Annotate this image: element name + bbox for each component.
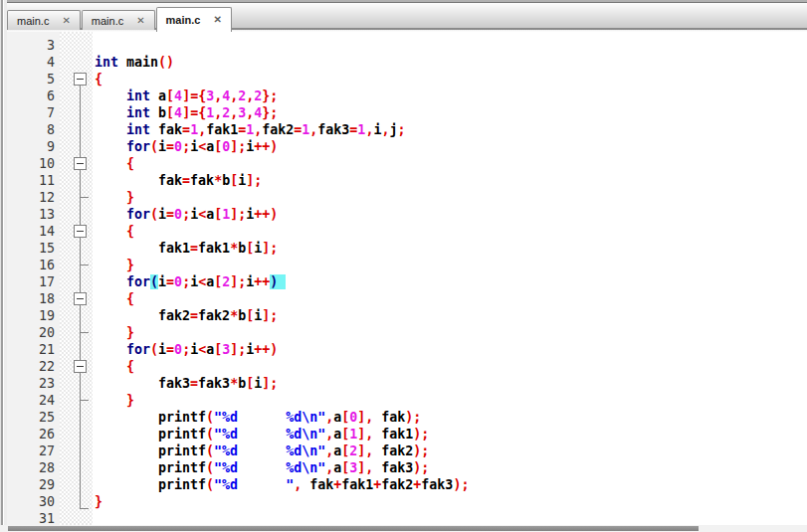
code-line-31[interactable] [95, 510, 807, 525]
code-line-19[interactable]: fak2=fak2*b[i]; [95, 307, 807, 324]
code-line-18[interactable]: { [95, 290, 807, 307]
fold-margin[interactable] [60, 32, 93, 525]
code-token: a [206, 139, 214, 154]
code-token: int [95, 55, 118, 70]
line-number: 8 [7, 121, 55, 138]
horizontal-scrollbar[interactable] [0, 525, 807, 532]
code-line-6[interactable]: int a[4]={3,4,2,2}; [95, 88, 807, 104]
code-line-16[interactable]: } [95, 257, 807, 273]
code-line-24[interactable]: } [95, 392, 807, 409]
close-icon[interactable]: ✕ [62, 16, 70, 26]
code-line-26[interactable]: printf("%d %d\n",a[1], fak1); [95, 426, 807, 443]
tab-label: main.c [92, 15, 123, 27]
code-line-28[interactable]: printf("%d %d\n",a[3], fak3); [95, 459, 807, 476]
code-line-3[interactable] [95, 37, 807, 54]
code-token: fak2 [158, 308, 190, 323]
code-line-25[interactable]: printf("%d %d\n",a[0], fak); [95, 409, 807, 426]
code-token: i [158, 207, 166, 222]
code-token [150, 89, 158, 103]
tab-3-main.c[interactable]: main.c✕ [156, 7, 232, 32]
code-editor[interactable]: 3456789101112131415161718192021222324252… [7, 32, 807, 525]
code-token: } [126, 258, 134, 272]
code-token: ++) [254, 207, 278, 222]
code-line-8[interactable]: int fak=1,fak1=1,fak2=1,fak3=1,i,j; [95, 121, 807, 138]
code-token: [ [214, 274, 222, 289]
code-token: 3 [206, 89, 214, 103]
code-line-29[interactable]: printf("%d ", fak+fak1+fak2+fak3); [95, 476, 807, 493]
code-line-14[interactable]: { [95, 223, 807, 240]
line-number-gutter[interactable]: 3456789101112131415161718192021222324252… [7, 32, 60, 525]
code-line-17[interactable]: for(i=0;i<a[2];i++) [95, 273, 807, 290]
code-token: { [126, 291, 134, 306]
code-line-13[interactable]: for(i=0;i<a[1];i++) [95, 206, 807, 223]
code-line-4[interactable]: int main() [95, 54, 807, 71]
code-token: "%d %d\n" [214, 410, 325, 425]
fold-collapse-toggle[interactable] [74, 292, 87, 305]
code-token: [ [166, 89, 174, 103]
code-token: ], [357, 427, 373, 442]
code-token: ); [413, 443, 429, 458]
code-token: fak3 [198, 376, 230, 391]
code-token: 4 [174, 105, 182, 120]
fold-collapse-toggle[interactable] [74, 360, 87, 373]
matched-brace-highlight [278, 274, 286, 289]
close-icon[interactable]: ✕ [136, 16, 144, 26]
code-token [95, 342, 126, 357]
code-line-20[interactable]: } [95, 324, 807, 341]
code-token: int [126, 105, 150, 120]
code-token: fak [190, 173, 214, 188]
fold-collapse-toggle[interactable] [74, 225, 87, 238]
code-token [95, 190, 126, 205]
code-line-12[interactable]: } [95, 189, 807, 206]
code-token: = [166, 342, 174, 357]
code-area[interactable]: int main(){ int a[4]={3,4,2,2}; int b[4]… [93, 32, 807, 525]
code-line-11[interactable]: fak=fak*b[i]; [95, 172, 807, 189]
code-token: 2 [222, 105, 230, 120]
code-line-7[interactable]: int b[4]={1,2,3,4}; [95, 104, 807, 121]
code-line-27[interactable]: printf("%d %d\n",a[2], fak2); [95, 443, 807, 459]
fold-collapse-toggle[interactable] [74, 157, 87, 170]
line-number: 16 [7, 257, 55, 273]
code-token: for [126, 342, 150, 357]
code-token [95, 291, 126, 306]
code-line-10[interactable]: { [95, 155, 807, 172]
code-line-30[interactable]: } [95, 493, 807, 510]
line-number: 3 [7, 37, 55, 54]
line-number: 10 [7, 155, 55, 172]
code-token: fak1 [198, 241, 230, 256]
tab-2-main.c[interactable]: main.c✕ [82, 10, 155, 30]
code-token: 0 [174, 139, 182, 154]
code-token: , [325, 460, 333, 475]
code-token: fak1 [341, 477, 373, 492]
code-token: fak3 [381, 460, 413, 475]
code-token: i [158, 139, 166, 154]
code-token: ; [397, 122, 405, 137]
code-token: 1 [206, 105, 214, 120]
fold-collapse-toggle[interactable] [74, 73, 87, 86]
window-left-border [0, 0, 7, 532]
line-number: 31 [7, 510, 55, 525]
code-token: = [166, 207, 174, 222]
code-token: = [182, 122, 190, 137]
line-number: 27 [7, 443, 55, 459]
code-line-22[interactable]: { [95, 358, 807, 375]
code-token: int [126, 122, 150, 137]
code-token: fak2 [262, 122, 294, 137]
close-icon[interactable]: ✕ [213, 15, 221, 25]
line-number: 22 [7, 358, 55, 375]
fold-end-tick [80, 197, 89, 198]
code-line-5[interactable]: { [95, 71, 807, 88]
code-token: fak1 [381, 427, 413, 442]
code-token: "%d %d\n" [214, 427, 325, 442]
code-line-21[interactable]: for(i=0;i<a[3];i++) [95, 341, 807, 358]
scrollbar-thumb[interactable] [8, 526, 699, 531]
code-line-9[interactable]: for(i=0;i<a[0];i++) [95, 138, 807, 155]
code-token: ( [150, 342, 158, 357]
tab-1-main.c[interactable]: main.c✕ [7, 10, 81, 30]
code-token: ]={ [182, 89, 206, 103]
code-line-23[interactable]: fak3=fak3*b[i]; [95, 375, 807, 392]
code-line-15[interactable]: fak1=fak1*b[i]; [95, 240, 807, 257]
code-token: main [126, 55, 158, 70]
code-token: ( [206, 427, 214, 442]
code-token: for [126, 139, 150, 154]
